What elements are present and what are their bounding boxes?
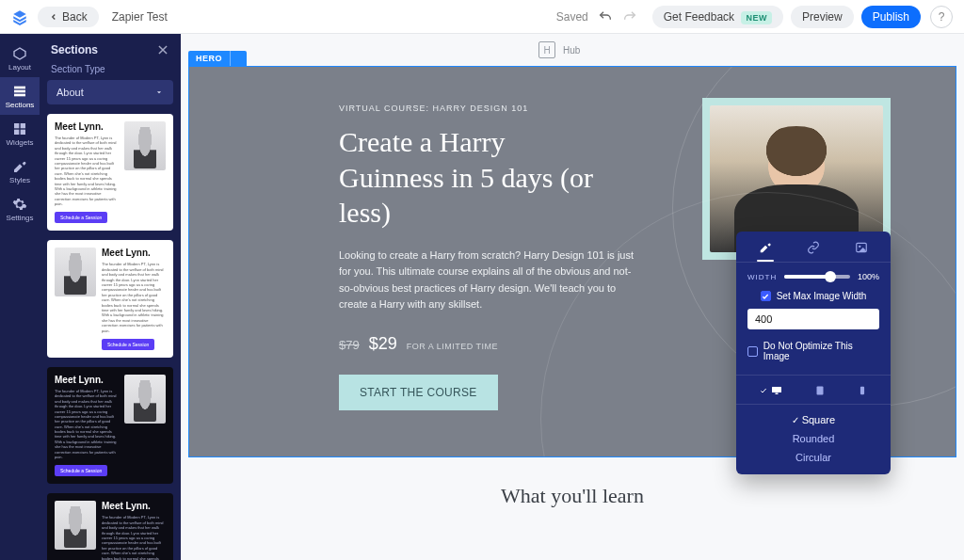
preview-button[interactable]: Preview xyxy=(791,6,854,28)
rail-label: Sections xyxy=(6,101,35,109)
price-new: $29 xyxy=(369,334,397,354)
no-optimize-row[interactable]: Do Not Optimize This Image xyxy=(736,331,891,367)
device-variants xyxy=(736,375,891,405)
template-card[interactable]: Meet Lynn. The founder of Modern PT, Lyn… xyxy=(47,367,173,484)
set-max-width-checkbox[interactable] xyxy=(761,291,771,301)
rail-item-styles[interactable]: Styles xyxy=(0,152,40,190)
max-width-input[interactable] xyxy=(747,309,879,329)
svg-rect-3 xyxy=(14,123,19,128)
svg-rect-15 xyxy=(775,393,778,395)
width-percent: 100% xyxy=(858,272,879,281)
section-context-button[interactable] xyxy=(230,51,247,66)
template-heading: Meet Lynn. xyxy=(102,501,166,511)
back-button[interactable]: Back xyxy=(38,7,99,27)
hero-title[interactable]: Create a Harry Guinness in 5 days (or le… xyxy=(339,124,602,231)
svg-rect-16 xyxy=(817,387,824,395)
panel-title: Sections xyxy=(51,43,98,56)
close-panel-button[interactable] xyxy=(156,43,169,56)
image-shape-options: Square Rounded Circular xyxy=(736,405,891,474)
check-icon xyxy=(760,387,767,394)
tab-link[interactable] xyxy=(803,239,824,256)
template-image-placeholder xyxy=(124,375,166,424)
hero-body[interactable]: Looking to create a Harry from scratch? … xyxy=(339,248,640,313)
settings-icon xyxy=(12,197,27,212)
tab-edit[interactable] xyxy=(755,239,776,256)
set-max-width-row[interactable]: Set Max Image Width xyxy=(736,281,891,307)
hero-image-content xyxy=(710,105,883,252)
no-optimize-checkbox[interactable] xyxy=(747,346,758,357)
rail-label: Layout xyxy=(8,63,31,72)
template-image-placeholder xyxy=(55,248,96,296)
help-button[interactable]: ? xyxy=(930,6,953,28)
svg-rect-6 xyxy=(21,130,25,135)
shape-option-square[interactable]: Square xyxy=(736,410,891,429)
styles-icon xyxy=(12,159,27,174)
image-icon xyxy=(855,241,868,254)
shape-option-circular[interactable]: Circular xyxy=(736,448,891,467)
template-body: The founder of Modern PT, Lynn is dedica… xyxy=(55,136,119,206)
left-rail: Layout Sections Widgets Styles Settings xyxy=(0,34,40,560)
mobile-icon xyxy=(858,385,867,396)
svg-rect-14 xyxy=(772,387,781,392)
template-cta: Schedule a Session xyxy=(55,212,107,223)
template-body: The founder of Modern PT, Lynn is dedica… xyxy=(55,389,119,459)
rail-item-widgets[interactable]: Widgets xyxy=(0,115,40,152)
image-settings-popover: WIDTH 100% Set Max Image Width Do Not Op… xyxy=(736,232,891,474)
device-desktop[interactable] xyxy=(760,385,783,396)
template-list[interactable]: Meet Lynn. The founder of Modern PT, Lyn… xyxy=(40,114,181,560)
template-card[interactable]: Meet Lynn. The founder of Modern PT, Lyn… xyxy=(47,240,173,357)
site-header: H Hub xyxy=(181,34,964,66)
check-icon xyxy=(762,293,769,300)
sections-icon xyxy=(12,84,27,99)
rail-item-settings[interactable]: Settings xyxy=(0,190,40,228)
rail-item-layout[interactable]: Layout xyxy=(0,40,40,77)
link-icon xyxy=(807,241,820,254)
width-slider[interactable] xyxy=(784,275,850,279)
section-type-select[interactable]: About xyxy=(47,80,173,104)
svg-rect-0 xyxy=(14,87,25,89)
chevron-left-icon xyxy=(49,12,58,22)
template-cta: Schedule a Session xyxy=(102,339,154,350)
set-max-width-label: Set Max Image Width xyxy=(777,291,867,301)
section-label-text: HERO xyxy=(188,54,230,63)
canvas[interactable]: H Hub HERO VIRTUAL COURSE: HARRY DESIGN … xyxy=(181,34,964,560)
template-card[interactable]: Meet Lynn. The founder of Modern PT, Lyn… xyxy=(47,114,173,231)
svg-rect-17 xyxy=(860,387,864,394)
template-body: The founder of Modern PT, Lynn is dedica… xyxy=(102,262,166,332)
site-logo-icon: H xyxy=(538,41,555,58)
template-card[interactable]: Meet Lynn. The founder of Modern PT, Lyn… xyxy=(47,493,173,560)
template-body: The founder of Modern PT, Lynn is dedica… xyxy=(102,515,166,560)
site-brand: Hub xyxy=(563,45,580,56)
price-note: FOR A LIMITED TIME xyxy=(407,342,498,351)
layout-icon xyxy=(12,46,27,61)
width-slider-row: WIDTH 100% xyxy=(736,263,891,281)
template-heading: Meet Lynn. xyxy=(102,248,166,258)
pencil-icon xyxy=(759,241,772,254)
device-tablet[interactable] xyxy=(814,385,826,396)
rail-item-sections[interactable]: Sections xyxy=(0,77,40,115)
close-icon xyxy=(156,43,169,56)
undo-icon xyxy=(598,9,613,24)
template-image-placeholder xyxy=(124,121,166,170)
tab-image[interactable] xyxy=(851,239,872,256)
section-type-value: About xyxy=(56,87,84,98)
svg-point-13 xyxy=(859,246,860,248)
get-feedback-button[interactable]: Get Feedback NEW xyxy=(652,6,783,28)
svg-rect-4 xyxy=(21,123,25,128)
widgets-icon xyxy=(12,121,27,136)
template-heading: Meet Lynn. xyxy=(55,375,119,385)
redo-button[interactable] xyxy=(622,7,643,27)
undo-button[interactable] xyxy=(598,7,619,27)
redo-icon xyxy=(622,9,637,24)
get-feedback-label: Get Feedback xyxy=(664,10,734,24)
device-mobile[interactable] xyxy=(858,385,867,396)
save-status: Saved xyxy=(556,10,588,24)
app-logo-icon xyxy=(11,8,28,25)
shape-option-rounded[interactable]: Rounded xyxy=(736,429,891,448)
section-type-label: Section Type xyxy=(40,64,181,80)
hero-cta-button[interactable]: START THE COURSE xyxy=(339,375,498,410)
template-image-placeholder xyxy=(55,501,96,550)
publish-button[interactable]: Publish xyxy=(861,6,921,28)
new-badge: NEW xyxy=(741,11,772,24)
svg-rect-5 xyxy=(14,130,19,135)
